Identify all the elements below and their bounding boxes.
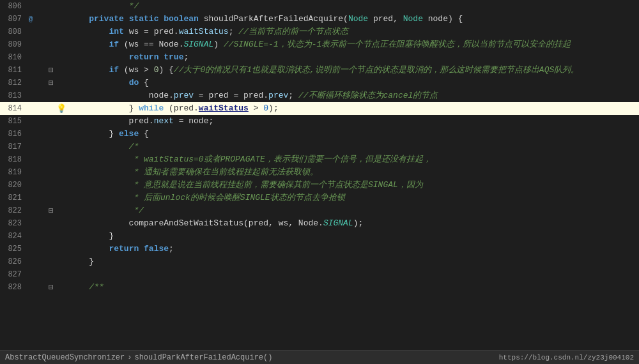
token: Node: [403, 14, 423, 24]
gutter-row: 822⊟: [0, 204, 66, 217]
token: return: [129, 52, 159, 62]
token: //当前节点的前一个节点状态: [238, 27, 348, 36]
token: [69, 40, 109, 49]
gutter-row: 810: [0, 51, 66, 64]
fold-col[interactable]: ⊟: [46, 65, 56, 75]
token: private: [89, 14, 124, 24]
breadcrumb-separator: ›: [127, 353, 132, 362]
line-number: 808: [0, 27, 26, 36]
token: }: [69, 257, 94, 266]
token: );: [353, 218, 364, 228]
token: Node: [348, 14, 368, 24]
code-line: /*: [66, 140, 639, 153]
token: ): [213, 40, 224, 49]
token: ;: [229, 27, 239, 36]
fold-col[interactable]: ⊟: [46, 78, 56, 88]
breadcrumb-method: shouldParkAfterFailedAcquire(): [134, 353, 272, 362]
line-number: 828: [0, 283, 26, 292]
token: shouldParkAfterFailedAcquire(: [199, 14, 348, 24]
line-number: 820: [0, 181, 26, 190]
token: );: [268, 103, 279, 113]
code-line: compareAndSetWaitStatus(pred, ws, Node.S…: [66, 217, 639, 230]
line-number: 823: [0, 219, 26, 228]
gutter-row: 809: [0, 38, 66, 51]
code-line: /**: [66, 281, 639, 294]
gutter-row: 814💡: [0, 102, 66, 115]
token: next: [154, 116, 174, 126]
token: ;: [183, 52, 189, 62]
code-line: int ws = pred.waitStatus; //当前节点的前一个节点状态: [66, 26, 639, 38]
code-line: pred.next = node;: [66, 115, 639, 128]
gutter-row: 816: [0, 128, 66, 140]
token: return: [109, 244, 139, 254]
code-line: node.prev = pred = pred.prev; //不断循环移除状态…: [66, 89, 639, 102]
gutter-row: 825: [0, 243, 66, 255]
token: SIGNAL: [183, 40, 213, 49]
token: waitStatus: [179, 27, 229, 36]
gutter-row: 819: [0, 166, 66, 179]
token: /*: [129, 142, 139, 151]
token: 0: [263, 103, 268, 113]
code-line: } while (pred.waitStatus > 0);: [66, 102, 639, 115]
gutter-row: 812⊟: [0, 77, 66, 89]
token: ;: [169, 244, 174, 254]
gutter-row: 811⊟: [0, 64, 66, 77]
line-number: 813: [0, 91, 26, 100]
token: node) {: [423, 14, 463, 24]
code-line: do {: [66, 77, 639, 89]
fold-col[interactable]: ⊟: [46, 206, 56, 216]
token: [69, 65, 109, 75]
token: * 意思就是说在当前线程挂起前，需要确保其前一个节点状态是SINGAL，因为: [69, 180, 423, 190]
code-line: return false;: [66, 243, 639, 255]
fold-col[interactable]: ⊟: [46, 282, 56, 292]
gutter-row: 821: [0, 192, 66, 204]
gutter-row: 815: [0, 115, 66, 128]
line-number: 821: [0, 193, 26, 202]
token: [69, 52, 129, 62]
token: */: [69, 206, 144, 215]
line-number: 819: [0, 168, 26, 177]
token: [69, 78, 129, 87]
token: [69, 14, 89, 24]
line-number: 812: [0, 79, 26, 87]
token: prev: [174, 91, 194, 100]
token: (ws == Node.: [119, 40, 183, 49]
token: compareAndSetWaitStatus(pred, ws, Node.: [69, 218, 323, 228]
breadcrumb-class: AbstractQueuedSynchronizer: [5, 353, 125, 362]
token: if: [109, 65, 119, 75]
code-area: 806807@808809810811⊟812⊟813814💡815816817…: [0, 0, 639, 350]
gutter-row: 813: [0, 89, 66, 102]
line-number: 826: [0, 257, 26, 266]
gutter-row: 806: [0, 0, 66, 13]
token: true: [164, 52, 183, 62]
bulb-icon[interactable]: 💡: [56, 103, 66, 114]
token: */: [69, 1, 139, 11]
token: //SINGLE=-1，状态为-1表示前一个节点正在阻塞待唤醒状态，所以当前节点…: [224, 40, 571, 49]
token: (pred.: [164, 103, 199, 113]
token: if: [109, 40, 119, 49]
bookmark-col: @: [26, 15, 36, 23]
token: }: [69, 231, 114, 241]
code-line: if (ws == Node.SIGNAL) //SINGLE=-1，状态为-1…: [66, 38, 639, 51]
token: boolean: [164, 14, 199, 24]
gutter-row: 808: [0, 26, 66, 38]
token: pred,: [368, 14, 403, 24]
token: do: [129, 78, 139, 87]
token: static: [129, 14, 159, 24]
line-number: 810: [0, 53, 26, 62]
gutter-row: 824: [0, 230, 66, 243]
code-content[interactable]: */ private static boolean shouldParkAfte…: [66, 0, 639, 350]
line-number: 807: [0, 15, 26, 24]
gutter-row: 826: [0, 255, 66, 268]
token: node.: [69, 91, 174, 100]
line-number: 806: [0, 2, 26, 11]
token: = pred = pred.: [194, 91, 268, 100]
code-line: * 后面unlock的时候会唤醒SINGLE状态的节点去争抢锁: [66, 192, 639, 204]
code-line: [66, 268, 639, 281]
token: [69, 142, 129, 151]
token: ;: [288, 91, 298, 100]
token: ws = pred.: [124, 27, 179, 36]
gutter-row: 817: [0, 140, 66, 153]
token: [69, 27, 109, 36]
line-number: 818: [0, 155, 26, 164]
